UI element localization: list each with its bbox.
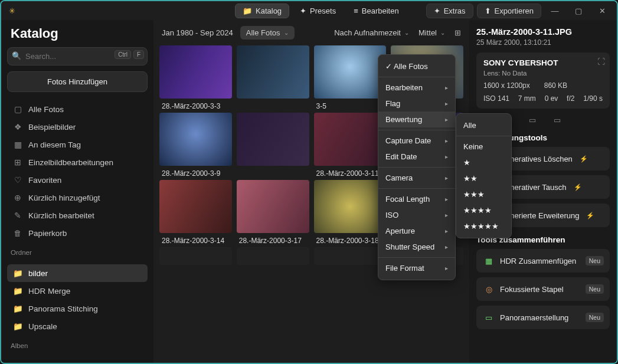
dd-capture-date[interactable]: Capture Date▸ [378, 133, 455, 149]
edits-icon: ⊞ [13, 158, 22, 167]
folders-section-label: Ordner [11, 249, 148, 256]
thumbnail[interactable] [237, 247, 309, 265]
chevron-right-icon: ▸ [445, 84, 448, 91]
calendar-icon: ▦ [13, 140, 22, 149]
nav-recent-added[interactable]: ⊕Kürzlich hinzugefügt [7, 189, 148, 206]
app-logo: ✳ [6, 5, 18, 17]
folder-bilder[interactable]: 📁bilder [7, 264, 148, 282]
file-size: 860 KB [544, 81, 567, 90]
dd-aperture[interactable]: Aperture▸ [378, 223, 455, 239]
dd-format[interactable]: File Format▸ [378, 260, 455, 276]
chevron-right-icon: ▸ [445, 228, 448, 234]
close-button[interactable]: ✕ [592, 4, 612, 18]
rating-5star[interactable]: ★★★★★ [456, 218, 511, 234]
chevron-right-icon: ▸ [445, 212, 448, 218]
thumbnail[interactable] [314, 113, 387, 166]
dd-iso[interactable]: ISO▸ [378, 207, 455, 223]
bolt-icon: ⚡ [586, 212, 594, 219]
bolt-icon: ⚡ [580, 155, 588, 163]
rating-1star[interactable]: ★ [456, 155, 511, 170]
thumbnail[interactable] [237, 180, 309, 233]
folder-icon: 📁 [13, 322, 22, 331]
folder-panorama[interactable]: 📁Panorama Stitching [7, 300, 148, 317]
exif-card: ⛶ SONY CYBERSHOT Lens: No Data 1600 x 12… [476, 53, 610, 109]
expand-icon[interactable]: ⛶ [597, 57, 605, 66]
layout-toggle[interactable]: ⊞ [454, 28, 461, 37]
rating-2star[interactable]: ★★ [456, 170, 511, 186]
rating-4star[interactable]: ★★★★ [456, 202, 511, 218]
chevron-right-icon: ▸ [445, 137, 448, 144]
nav-recent-edited[interactable]: ✎Kürzlich bearbeitet [7, 206, 148, 224]
thumbnail[interactable] [159, 45, 232, 99]
thumb-label [237, 166, 309, 180]
tab-edit[interactable]: ≡Bearbeiten [346, 4, 406, 18]
thumb-label: 28.-März-2000-3-18 [314, 233, 387, 247]
thumb-label: 28.-März-2000-3-9 [159, 166, 232, 180]
thumbnail[interactable] [237, 113, 309, 166]
dd-rating[interactable]: Bewertung▸ [378, 112, 455, 127]
add-photos-button[interactable]: Fotos Hinzufügen [7, 71, 148, 92]
stack-icon[interactable]: ▭ [529, 116, 536, 125]
size-dropdown[interactable]: Mittel⌄ [418, 28, 445, 37]
filter-chip[interactable]: Alle Fotos⌄ [240, 26, 295, 40]
file-name: 25.-März-2000-3-11.JPG [476, 27, 610, 37]
rating-none[interactable]: Keine [456, 139, 511, 155]
nav-all-photos[interactable]: ▢Alle Fotos [7, 100, 148, 118]
dd-focal[interactable]: Focal Length▸ [378, 191, 455, 207]
nav-examples[interactable]: ❖Beispielbilder [7, 118, 148, 136]
chevron-right-icon: ▸ [445, 244, 448, 250]
nav-single-edits[interactable]: ⊞Einzelbildbearbeitungen [7, 153, 148, 171]
tab-catalog[interactable]: 📁Katalog [235, 4, 289, 18]
dd-edit-date[interactable]: Edit Date▸ [378, 149, 455, 165]
thumb-label: 28.-März-2000-3-17 [237, 233, 309, 247]
dimensions: 1600 x 1200px [483, 81, 530, 90]
export-button[interactable]: ⬆Exportieren [477, 4, 541, 18]
nav-on-this-day[interactable]: ▦An diesem Tag [7, 136, 148, 153]
stack2-icon[interactable]: ▭ [554, 116, 561, 125]
chevron-down-icon: ⌄ [440, 29, 445, 36]
new-badge: Neu [586, 313, 604, 322]
hdr-icon: ▦ [483, 255, 494, 266]
rating-3star[interactable]: ★★★ [456, 186, 511, 202]
thumbnail[interactable] [159, 247, 232, 265]
search-icon: 🔍 [12, 51, 21, 60]
tool-panorama[interactable]: ▭PanoramaerstellungNeu [476, 306, 610, 329]
tool-stack[interactable]: ◎Fokussierte StapelNeu [476, 277, 610, 301]
heart-icon: ♡ [13, 175, 22, 185]
dd-shutter[interactable]: Shutter Speed▸ [378, 239, 455, 255]
chevron-right-icon: ▸ [445, 196, 448, 202]
thumbnail[interactable] [159, 113, 232, 166]
thumbnail[interactable] [314, 180, 387, 233]
folder-upscale[interactable]: 📁Upscale [7, 317, 148, 335]
new-badge: Neu [586, 284, 604, 294]
albums-section-label: Alben [11, 342, 148, 349]
tab-presets[interactable]: ✦Presets [293, 4, 343, 18]
thumbnail[interactable] [159, 180, 232, 233]
dd-edit[interactable]: Bearbeiten▸ [378, 80, 455, 96]
thumbnail[interactable] [314, 45, 387, 99]
chevron-down-icon: ⌄ [284, 29, 289, 36]
filter-dropdown: ✓Alle Fotos Bearbeiten▸ Flag▸ Bewertung▸… [378, 54, 456, 280]
nav-favorites[interactable]: ♡Favoriten [7, 171, 148, 189]
rating-submenu: Alle Keine ★ ★★ ★★★ ★★★★ ★★★★★ [456, 113, 512, 238]
titlebar: ✳ 📁Katalog ✦Presets ≡Bearbeiten ✦Extras … [1, 1, 617, 20]
thumbnail[interactable] [314, 247, 387, 265]
dd-camera[interactable]: Camera▸ [378, 170, 455, 186]
extras-button[interactable]: ✦Extras [426, 4, 473, 18]
recent-add-icon: ⊕ [13, 193, 22, 202]
recent-edit-icon: ✎ [13, 211, 22, 220]
rating-all[interactable]: Alle [456, 117, 511, 133]
dd-all-photos[interactable]: ✓Alle Fotos [378, 58, 455, 74]
thumbnail[interactable] [237, 45, 309, 99]
nav-trash[interactable]: 🗑Papierkorb [7, 224, 148, 242]
thumb-label: 28.-März-2000-3-11 [314, 166, 387, 180]
sort-dropdown[interactable]: Nach Aufnahmezeit⌄ [334, 28, 409, 37]
dd-flag[interactable]: Flag▸ [378, 96, 455, 112]
minimize-button[interactable]: — [545, 4, 565, 18]
folder-hdr[interactable]: 📁HDR Merge [7, 282, 148, 300]
maximize-button[interactable]: ▢ [568, 4, 588, 18]
new-badge: Neu [586, 256, 604, 265]
tool-hdr[interactable]: ▦HDR ZusammenfügenNeu [476, 249, 610, 273]
camera-name: SONY CYBERSHOT [483, 58, 603, 67]
chevron-right-icon: ▸ [445, 153, 448, 160]
